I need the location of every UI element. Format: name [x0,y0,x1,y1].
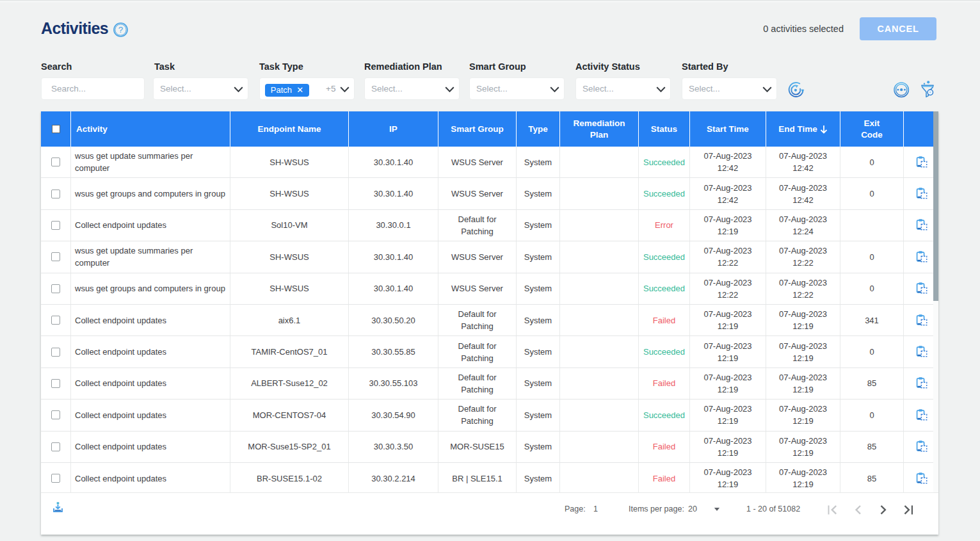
svg-text:?: ? [118,25,124,35]
